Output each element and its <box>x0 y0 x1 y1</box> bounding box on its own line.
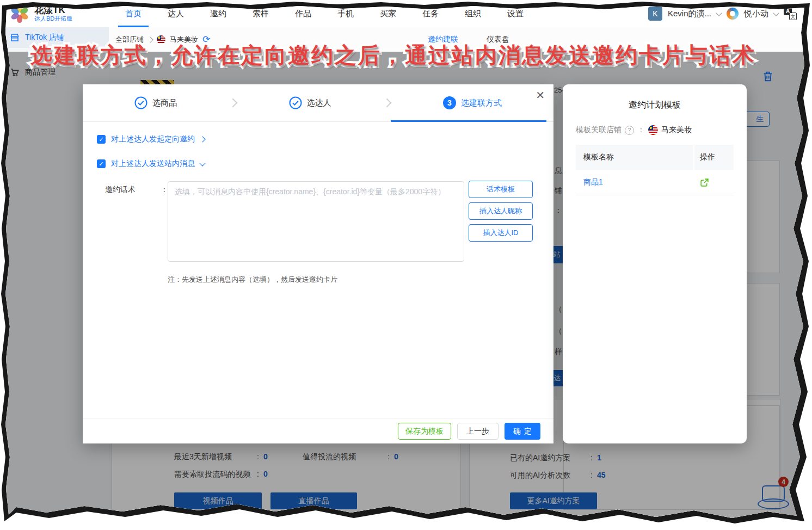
question-circle-icon[interactable]: ? <box>625 126 634 135</box>
template-shop-label: 模板关联店铺 <box>576 125 622 135</box>
checkbox-checked-icon[interactable]: ✓ <box>97 159 106 168</box>
option-label: 对上述达人发起定向邀约 <box>111 134 195 144</box>
column-template-name: 模板名称 <box>576 152 693 162</box>
panel-title: 邀约计划模板 <box>576 100 734 111</box>
invite-plan-template-panel: 邀约计划模板 模板关联店铺 ? ： 马来美妆 模板名称 操作 商品1 <box>563 84 747 443</box>
screenshot-stage: 花漾TK 达人BD开拓版 首页 达人 邀约 索样 作品 手机 买家 任务 组织 … <box>0 0 812 530</box>
step-done-check-icon <box>289 96 302 109</box>
script-template-button[interactable]: 话术模板 <box>469 181 533 198</box>
chevron-down-icon[interactable] <box>199 160 205 166</box>
invite-script-textarea[interactable] <box>168 181 464 262</box>
invite-script-label: 邀约话术 <box>105 185 136 195</box>
step-chevron-icon <box>228 98 237 108</box>
close-icon[interactable]: ✕ <box>536 90 545 101</box>
apply-template-icon[interactable] <box>693 178 734 187</box>
template-shop-colon: ： <box>637 125 645 135</box>
step-number-badge: 3 <box>443 96 456 109</box>
option-label: 对上述达人发送站内消息 <box>111 159 195 169</box>
template-shop-row: 模板关联店铺 ? ： 马来美妆 <box>576 125 734 135</box>
insert-creator-id-button[interactable]: 插入达人ID <box>469 224 533 242</box>
checkbox-checked-icon[interactable]: ✓ <box>97 135 106 144</box>
previous-step-button[interactable]: 上一步 <box>457 423 499 440</box>
chevron-right-icon[interactable] <box>199 136 205 142</box>
column-action: 操作 <box>693 145 734 170</box>
step-chevron-icon <box>383 98 392 108</box>
step-label: 选达人 <box>307 98 331 108</box>
modal-steps-header: 选商品 选达人 3 选建联方式 ✕ <box>83 84 553 122</box>
step-done-check-icon <box>134 96 147 109</box>
confirm-button[interactable]: 确定 <box>505 423 540 440</box>
insert-creator-nickname-button[interactable]: 插入达人昵称 <box>469 202 533 220</box>
malaysia-flag-icon <box>648 125 658 135</box>
step-select-product: 选商品 <box>134 96 177 109</box>
option-direct-invite[interactable]: ✓ 对上述达人发起定向邀约 <box>97 134 205 144</box>
step-select-connect-method: 3 选建联方式 <box>443 96 502 109</box>
modal-note: 注：先发送上述消息内容（选填），然后发送邀约卡片 <box>168 275 337 285</box>
invite-script-colon: ： <box>161 185 168 195</box>
template-name-link[interactable]: 商品1 <box>576 177 693 187</box>
annotation-callout: 选建联方式，允许在定向邀约之后，通过站内消息发送邀约卡片与话术 <box>30 40 756 70</box>
table-row: 商品1 <box>576 170 734 195</box>
option-site-message[interactable]: ✓ 对上述达人发送站内消息 <box>97 159 205 169</box>
step-select-creator: 选达人 <box>289 96 331 109</box>
save-as-template-button[interactable]: 保存为模板 <box>398 423 451 440</box>
connect-method-modal: 选商品 选达人 3 选建联方式 ✕ <box>83 84 553 443</box>
step-label: 选商品 <box>152 98 177 108</box>
modal-footer: 保存为模板 上一步 确定 <box>83 418 553 444</box>
modal-body: ✓ 对上述达人发起定向邀约 ✓ 对上述达人发送站内消息 邀约话术 ： 话术模板 … <box>83 122 553 418</box>
template-table: 模板名称 操作 商品1 <box>576 145 734 195</box>
template-shop-name: 马来美妆 <box>661 125 692 135</box>
step-label: 选建联方式 <box>461 98 502 108</box>
app-window: 花漾TK 达人BD开拓版 首页 达人 邀约 索样 作品 手机 买家 任务 组织 … <box>0 0 812 530</box>
template-table-header: 模板名称 操作 <box>576 145 734 170</box>
